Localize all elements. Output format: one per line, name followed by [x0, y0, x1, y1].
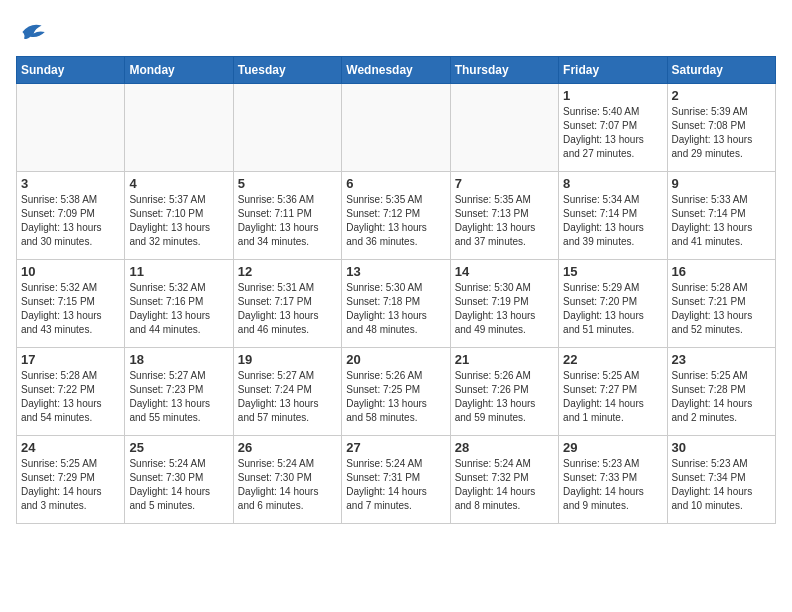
day-number: 28: [455, 440, 554, 455]
calendar-cell: 12Sunrise: 5:31 AM Sunset: 7:17 PM Dayli…: [233, 260, 341, 348]
day-info: Sunrise: 5:30 AM Sunset: 7:18 PM Dayligh…: [346, 281, 445, 337]
calendar-cell: 7Sunrise: 5:35 AM Sunset: 7:13 PM Daylig…: [450, 172, 558, 260]
calendar-cell: 30Sunrise: 5:23 AM Sunset: 7:34 PM Dayli…: [667, 436, 775, 524]
day-number: 8: [563, 176, 662, 191]
calendar-cell: 8Sunrise: 5:34 AM Sunset: 7:14 PM Daylig…: [559, 172, 667, 260]
calendar-cell: 24Sunrise: 5:25 AM Sunset: 7:29 PM Dayli…: [17, 436, 125, 524]
day-info: Sunrise: 5:25 AM Sunset: 7:29 PM Dayligh…: [21, 457, 120, 513]
day-number: 18: [129, 352, 228, 367]
day-info: Sunrise: 5:35 AM Sunset: 7:13 PM Dayligh…: [455, 193, 554, 249]
day-number: 14: [455, 264, 554, 279]
day-info: Sunrise: 5:37 AM Sunset: 7:10 PM Dayligh…: [129, 193, 228, 249]
day-number: 26: [238, 440, 337, 455]
logo-icon: [16, 16, 48, 48]
day-info: Sunrise: 5:24 AM Sunset: 7:30 PM Dayligh…: [238, 457, 337, 513]
calendar-cell: 29Sunrise: 5:23 AM Sunset: 7:33 PM Dayli…: [559, 436, 667, 524]
calendar-cell: [125, 84, 233, 172]
day-number: 15: [563, 264, 662, 279]
calendar-cell: 3Sunrise: 5:38 AM Sunset: 7:09 PM Daylig…: [17, 172, 125, 260]
calendar-cell: 11Sunrise: 5:32 AM Sunset: 7:16 PM Dayli…: [125, 260, 233, 348]
day-header-friday: Friday: [559, 57, 667, 84]
day-number: 11: [129, 264, 228, 279]
day-info: Sunrise: 5:32 AM Sunset: 7:16 PM Dayligh…: [129, 281, 228, 337]
calendar-cell: 5Sunrise: 5:36 AM Sunset: 7:11 PM Daylig…: [233, 172, 341, 260]
calendar-cell: [17, 84, 125, 172]
day-number: 19: [238, 352, 337, 367]
calendar-cell: 16Sunrise: 5:28 AM Sunset: 7:21 PM Dayli…: [667, 260, 775, 348]
calendar-cell: 21Sunrise: 5:26 AM Sunset: 7:26 PM Dayli…: [450, 348, 558, 436]
day-number: 24: [21, 440, 120, 455]
day-number: 2: [672, 88, 771, 103]
day-info: Sunrise: 5:39 AM Sunset: 7:08 PM Dayligh…: [672, 105, 771, 161]
calendar-cell: 14Sunrise: 5:30 AM Sunset: 7:19 PM Dayli…: [450, 260, 558, 348]
calendar-cell: [450, 84, 558, 172]
day-header-saturday: Saturday: [667, 57, 775, 84]
day-number: 20: [346, 352, 445, 367]
calendar-cell: 18Sunrise: 5:27 AM Sunset: 7:23 PM Dayli…: [125, 348, 233, 436]
day-number: 25: [129, 440, 228, 455]
day-number: 4: [129, 176, 228, 191]
day-number: 3: [21, 176, 120, 191]
day-info: Sunrise: 5:35 AM Sunset: 7:12 PM Dayligh…: [346, 193, 445, 249]
day-info: Sunrise: 5:24 AM Sunset: 7:30 PM Dayligh…: [129, 457, 228, 513]
day-number: 5: [238, 176, 337, 191]
calendar-cell: 15Sunrise: 5:29 AM Sunset: 7:20 PM Dayli…: [559, 260, 667, 348]
day-number: 16: [672, 264, 771, 279]
calendar-cell: 25Sunrise: 5:24 AM Sunset: 7:30 PM Dayli…: [125, 436, 233, 524]
day-info: Sunrise: 5:23 AM Sunset: 7:33 PM Dayligh…: [563, 457, 662, 513]
day-info: Sunrise: 5:36 AM Sunset: 7:11 PM Dayligh…: [238, 193, 337, 249]
day-number: 21: [455, 352, 554, 367]
day-info: Sunrise: 5:30 AM Sunset: 7:19 PM Dayligh…: [455, 281, 554, 337]
day-info: Sunrise: 5:24 AM Sunset: 7:32 PM Dayligh…: [455, 457, 554, 513]
day-info: Sunrise: 5:40 AM Sunset: 7:07 PM Dayligh…: [563, 105, 662, 161]
day-number: 30: [672, 440, 771, 455]
day-header-thursday: Thursday: [450, 57, 558, 84]
day-info: Sunrise: 5:28 AM Sunset: 7:21 PM Dayligh…: [672, 281, 771, 337]
calendar-cell: 28Sunrise: 5:24 AM Sunset: 7:32 PM Dayli…: [450, 436, 558, 524]
day-info: Sunrise: 5:38 AM Sunset: 7:09 PM Dayligh…: [21, 193, 120, 249]
calendar-cell: 10Sunrise: 5:32 AM Sunset: 7:15 PM Dayli…: [17, 260, 125, 348]
day-info: Sunrise: 5:25 AM Sunset: 7:28 PM Dayligh…: [672, 369, 771, 425]
calendar-cell: 23Sunrise: 5:25 AM Sunset: 7:28 PM Dayli…: [667, 348, 775, 436]
day-number: 1: [563, 88, 662, 103]
day-number: 23: [672, 352, 771, 367]
day-number: 7: [455, 176, 554, 191]
day-info: Sunrise: 5:28 AM Sunset: 7:22 PM Dayligh…: [21, 369, 120, 425]
day-info: Sunrise: 5:27 AM Sunset: 7:24 PM Dayligh…: [238, 369, 337, 425]
day-info: Sunrise: 5:25 AM Sunset: 7:27 PM Dayligh…: [563, 369, 662, 425]
day-number: 9: [672, 176, 771, 191]
calendar-cell: 17Sunrise: 5:28 AM Sunset: 7:22 PM Dayli…: [17, 348, 125, 436]
day-info: Sunrise: 5:31 AM Sunset: 7:17 PM Dayligh…: [238, 281, 337, 337]
day-number: 6: [346, 176, 445, 191]
day-info: Sunrise: 5:23 AM Sunset: 7:34 PM Dayligh…: [672, 457, 771, 513]
day-info: Sunrise: 5:26 AM Sunset: 7:26 PM Dayligh…: [455, 369, 554, 425]
logo: [16, 16, 52, 48]
day-header-wednesday: Wednesday: [342, 57, 450, 84]
calendar-cell: 6Sunrise: 5:35 AM Sunset: 7:12 PM Daylig…: [342, 172, 450, 260]
calendar-cell: 22Sunrise: 5:25 AM Sunset: 7:27 PM Dayli…: [559, 348, 667, 436]
day-header-sunday: Sunday: [17, 57, 125, 84]
calendar-table: SundayMondayTuesdayWednesdayThursdayFrid…: [16, 56, 776, 524]
page-header: [16, 16, 776, 48]
day-info: Sunrise: 5:32 AM Sunset: 7:15 PM Dayligh…: [21, 281, 120, 337]
calendar-cell: 19Sunrise: 5:27 AM Sunset: 7:24 PM Dayli…: [233, 348, 341, 436]
calendar-cell: 4Sunrise: 5:37 AM Sunset: 7:10 PM Daylig…: [125, 172, 233, 260]
calendar-cell: [233, 84, 341, 172]
day-number: 13: [346, 264, 445, 279]
calendar-cell: 27Sunrise: 5:24 AM Sunset: 7:31 PM Dayli…: [342, 436, 450, 524]
calendar-cell: [342, 84, 450, 172]
calendar-cell: 1Sunrise: 5:40 AM Sunset: 7:07 PM Daylig…: [559, 84, 667, 172]
calendar-cell: 13Sunrise: 5:30 AM Sunset: 7:18 PM Dayli…: [342, 260, 450, 348]
day-info: Sunrise: 5:27 AM Sunset: 7:23 PM Dayligh…: [129, 369, 228, 425]
day-header-tuesday: Tuesday: [233, 57, 341, 84]
day-info: Sunrise: 5:34 AM Sunset: 7:14 PM Dayligh…: [563, 193, 662, 249]
day-number: 12: [238, 264, 337, 279]
day-number: 27: [346, 440, 445, 455]
calendar-cell: 2Sunrise: 5:39 AM Sunset: 7:08 PM Daylig…: [667, 84, 775, 172]
day-header-monday: Monday: [125, 57, 233, 84]
day-info: Sunrise: 5:33 AM Sunset: 7:14 PM Dayligh…: [672, 193, 771, 249]
day-number: 29: [563, 440, 662, 455]
day-info: Sunrise: 5:24 AM Sunset: 7:31 PM Dayligh…: [346, 457, 445, 513]
day-number: 22: [563, 352, 662, 367]
day-number: 10: [21, 264, 120, 279]
